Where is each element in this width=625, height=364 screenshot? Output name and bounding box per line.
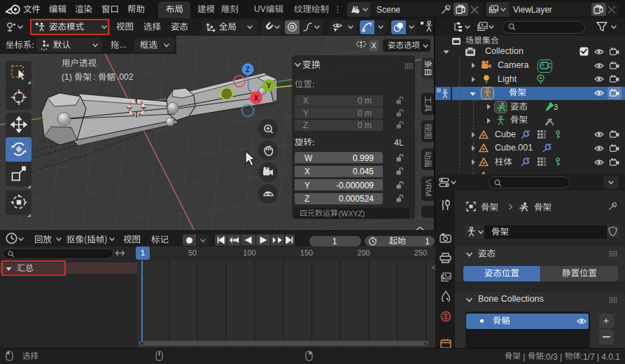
svg-text:Y: Y [266,81,271,90]
svg-text:Z: Z [246,65,251,74]
svg-text:X: X [253,94,258,102]
